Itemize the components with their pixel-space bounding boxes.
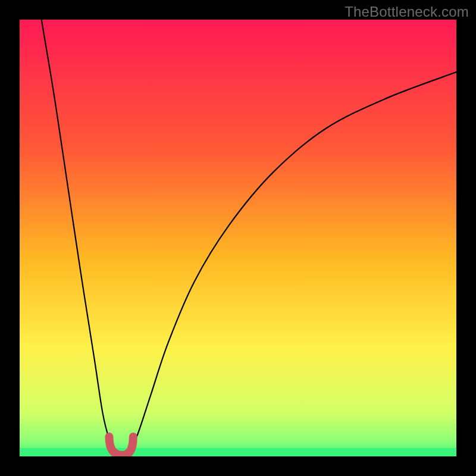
plot-area bbox=[20, 20, 456, 456]
bottom-green-band bbox=[20, 448, 456, 456]
watermark-text: TheBottleneck.com bbox=[345, 4, 469, 20]
plot-svg bbox=[20, 20, 456, 456]
chart-frame: TheBottleneck.com bbox=[0, 0, 476, 476]
gradient-background bbox=[20, 20, 456, 456]
